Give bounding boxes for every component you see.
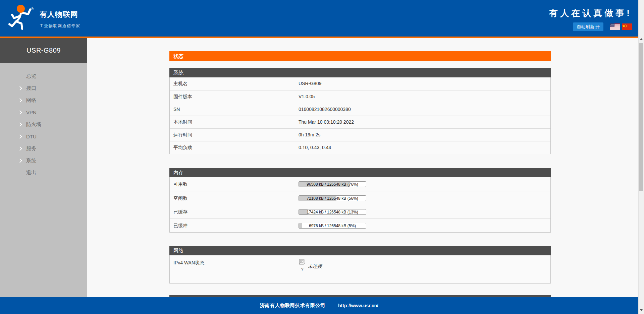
memory-progress-bar: 17424 kB / 126548 kB (13%): [299, 209, 366, 215]
sidebar-item-label: 退出: [26, 170, 36, 176]
row-label: SN: [170, 103, 299, 116]
section-network: 网络 IPv4 WAN状态 ?: [169, 246, 551, 284]
progress-text: 17424 kB / 126548 kB (13%): [299, 209, 366, 215]
vertical-scrollbar[interactable]: [638, 0, 644, 314]
sidebar-item-label: 网络: [26, 97, 36, 104]
main-area: 状态 系统 主机名USR-G809 固件版本V1.0.05 SN01600821…: [87, 38, 638, 314]
scrollbar-thumb[interactable]: [639, 43, 643, 191]
section-memory: 内存 可用数 96508 kB / 126548 kB (76%) 空闲数 72…: [169, 168, 551, 233]
sidebar-item-label: 接口: [26, 85, 36, 91]
sidebar-item-services[interactable]: 服务: [0, 142, 87, 154]
row-label: 可用数: [170, 177, 299, 191]
row-value: Thu Mar 10 03:10:20 2022: [299, 116, 550, 128]
wan-status-text: 未连接: [308, 263, 322, 269]
table-row: 本地时间Thu Mar 10 03:10:20 2022: [170, 116, 550, 128]
row-label: 已缓冲: [170, 219, 299, 232]
table-row: 平均负载0.10, 0.43, 0.44: [170, 141, 550, 154]
brand-title: 有人物联网: [40, 9, 80, 19]
progress-text: 6976 kB / 126548 kB (5%): [299, 223, 366, 229]
device-name: USR-G809: [0, 38, 87, 63]
broken-image-icon: [299, 259, 306, 265]
sidebar-item-overview[interactable]: 总览: [0, 70, 87, 82]
sidebar-item-firewall[interactable]: 防火墙: [0, 118, 87, 130]
section-network-header: 网络: [169, 246, 551, 255]
row-label: 运行时间: [170, 129, 299, 141]
sidebar-item-dtu[interactable]: DTU: [0, 130, 87, 142]
footer-website-link[interactable]: http://www.usr.cn/: [338, 303, 378, 308]
brand-subtitle: 工业物联网通信专家: [40, 23, 80, 29]
table-row: 可用数 96508 kB / 126548 kB (76%): [170, 177, 550, 191]
sidebar-item-label: VPN: [26, 110, 37, 115]
memory-progress-bar: 96508 kB / 126548 kB (76%): [299, 181, 366, 187]
chevron-right-icon: [18, 134, 22, 139]
person-logo-icon: ®: [7, 3, 35, 32]
row-value: 0.10, 0.43, 0.44: [299, 141, 550, 154]
table-row: 主机名USR-G809: [170, 77, 550, 90]
row-label: 空闲数: [170, 191, 299, 205]
row-label: 本地时间: [170, 116, 299, 128]
row-value: 01600821082600000380: [299, 103, 550, 116]
registered-mark: ®: [31, 7, 34, 11]
sidebar-item-label: 总览: [26, 73, 36, 79]
chevron-right-icon: [18, 86, 22, 90]
chevron-right-icon: [18, 122, 22, 127]
section-system-header: 系统: [169, 68, 551, 77]
chevron-right-icon: [18, 98, 22, 103]
brand: ® 有人物联网 工业物联网通信专家: [7, 3, 80, 32]
table-row: 已缓冲 6976 kB / 126548 kB (5%): [170, 218, 550, 232]
row-label: 平均负载: [170, 141, 299, 154]
row-value: 0h 19m 2s: [299, 129, 550, 141]
row-label: 已缓存: [170, 205, 299, 218]
progress-text: 72108 kB / 126548 kB (56%): [299, 196, 366, 201]
auto-refresh-toggle-button[interactable]: 自动刷新 开: [573, 22, 603, 31]
memory-progress-bar: 6976 kB / 126548 kB (5%): [299, 223, 366, 229]
sidebar-item-label: 防火墙: [26, 121, 41, 128]
sidebar-menu: 总览 接口 网络 VPN 防火墙 DTU 服务 系统 退出: [0, 63, 87, 179]
row-label: IPv4 WAN状态: [170, 255, 299, 283]
header-slogan: 有人在认真做事!: [549, 7, 632, 19]
sidebar-item-label: DTU: [26, 134, 37, 139]
footer: 济南有人物联网技术有限公司 http://www.usr.cn/: [0, 297, 638, 314]
table-row: 运行时间0h 19m 2s: [170, 128, 550, 141]
table-row: 已缓存 17424 kB / 126548 kB (13%): [170, 205, 550, 218]
sidebar-item-label: 服务: [26, 145, 36, 152]
footer-company: 济南有人物联网技术有限公司: [260, 303, 325, 309]
app-header: ® 有人物联网 工业物联网通信专家 有人在认真做事! 自动刷新 开: [0, 0, 644, 37]
section-system: 系统 主机名USR-G809 固件版本V1.0.05 SN01600821082…: [169, 68, 551, 154]
row-label: 主机名: [170, 77, 299, 90]
cn-flag-icon[interactable]: [622, 23, 632, 30]
progress-text: 96508 kB / 126548 kB (76%): [299, 182, 366, 187]
row-value: USR-G809: [299, 77, 550, 90]
sidebar-item-interface[interactable]: 接口: [0, 82, 87, 94]
table-row: 固件版本V1.0.05: [170, 90, 550, 103]
chevron-right-icon: [18, 110, 22, 115]
sidebar-item-logout[interactable]: 退出: [0, 167, 87, 179]
scroll-down-icon[interactable]: [640, 309, 643, 311]
table-row: 空闲数 72108 kB / 126548 kB (56%): [170, 191, 550, 205]
table-row: IPv4 WAN状态 ? 未连接: [170, 255, 550, 283]
page-title: 状态: [169, 51, 551, 61]
row-value: V1.0.05: [299, 90, 550, 103]
sidebar-item-network[interactable]: 网络: [0, 94, 87, 106]
row-label: 固件版本: [170, 90, 299, 103]
sidebar-item-system[interactable]: 系统: [0, 154, 87, 167]
header-accent-line: [0, 37, 644, 38]
section-memory-header: 内存: [169, 168, 551, 177]
us-flag-icon[interactable]: [610, 23, 620, 30]
sidebar: USR-G809 总览 接口 网络 VPN 防火墙 DTU 服务 系统 退出: [0, 38, 87, 314]
chevron-right-icon: [18, 159, 22, 163]
chevron-right-icon: [18, 146, 22, 151]
sidebar-item-vpn[interactable]: VPN: [0, 106, 87, 118]
scroll-up-icon[interactable]: [640, 38, 643, 40]
memory-progress-bar: 72108 kB / 126548 kB (56%): [299, 195, 366, 201]
sidebar-item-label: 系统: [26, 158, 36, 164]
broken-image-alt-text: ?: [299, 267, 306, 272]
table-row: SN01600821082600000380: [170, 103, 550, 116]
